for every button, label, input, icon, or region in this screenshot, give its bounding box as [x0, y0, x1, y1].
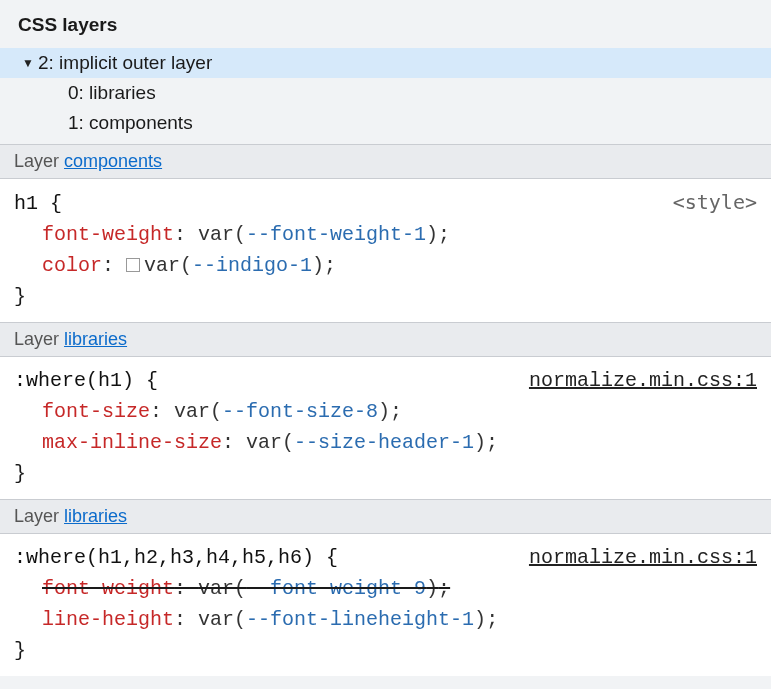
layer-prefix: Layer	[14, 506, 64, 526]
selector-line: :where(h1,h2,h3,h4,h5,h6) {	[14, 542, 338, 573]
css-property-name: line-height	[42, 608, 174, 631]
semicolon: ;	[438, 223, 450, 246]
tree-row-child[interactable]: 1: components	[0, 108, 771, 138]
css-variable-name[interactable]: --font-size-8	[222, 400, 378, 423]
css-variable-name[interactable]: --size-header-1	[294, 431, 474, 454]
css-declaration[interactable]: max-inline-size: var(--size-header-1);	[14, 427, 757, 458]
tree-label: 1: components	[68, 112, 193, 134]
layer-tree: ▼ 2: implicit outer layer 0: libraries 1…	[0, 48, 771, 144]
css-property-name: font-weight	[42, 223, 174, 246]
colon: :	[174, 608, 198, 631]
layer-prefix: Layer	[14, 329, 64, 349]
var-close: )	[474, 608, 486, 631]
var-open: var(	[246, 431, 294, 454]
close-brace: }	[14, 635, 757, 666]
rule-head: h1 {<style>	[14, 187, 757, 219]
var-open: var(	[198, 577, 246, 600]
layer-link[interactable]: libraries	[64, 329, 127, 349]
css-selector[interactable]: :where(h1,h2,h3,h4,h5,h6)	[14, 546, 314, 569]
rule-blocks-container: Layer componentsh1 {<style>font-weight: …	[0, 144, 771, 676]
tree-row-root[interactable]: ▼ 2: implicit outer layer	[0, 48, 771, 78]
tree-label: 0: libraries	[68, 82, 156, 104]
declaration-text: color: var(--indigo-1);	[42, 254, 336, 277]
layer-header: Layer libraries	[0, 499, 771, 534]
colon: :	[150, 400, 174, 423]
css-variable-name[interactable]: --font-weight-9	[246, 577, 426, 600]
tree-row-child[interactable]: 0: libraries	[0, 78, 771, 108]
tree-label: 2: implicit outer layer	[38, 52, 212, 74]
colon: :	[102, 254, 126, 277]
semicolon: ;	[486, 431, 498, 454]
layer-header: Layer libraries	[0, 322, 771, 357]
css-selector[interactable]: h1	[14, 192, 38, 215]
open-brace: {	[314, 546, 338, 569]
layer-prefix: Layer	[14, 151, 64, 171]
rule-source[interactable]: normalize.min.css:1	[529, 365, 757, 396]
rule-block: :where(h1) {normalize.min.css:1font-size…	[0, 357, 771, 499]
semicolon: ;	[486, 608, 498, 631]
layer-header: Layer components	[0, 144, 771, 179]
var-close: )	[474, 431, 486, 454]
var-close: )	[378, 400, 390, 423]
open-brace: {	[134, 369, 158, 392]
semicolon: ;	[438, 577, 450, 600]
css-selector[interactable]: :where(h1)	[14, 369, 134, 392]
disclosure-triangle-icon[interactable]: ▼	[18, 56, 38, 70]
css-layers-panel: CSS layers ▼ 2: implicit outer layer 0: …	[0, 0, 771, 676]
declaration-text: line-height: var(--font-lineheight-1);	[42, 608, 498, 631]
var-close: )	[426, 223, 438, 246]
declaration-text: font-weight: var(--font-weight-1);	[42, 223, 450, 246]
css-declaration[interactable]: font-weight: var(--font-weight-1);	[14, 219, 757, 250]
rule-source: <style>	[673, 187, 757, 218]
layer-link[interactable]: components	[64, 151, 162, 171]
css-declaration[interactable]: color: var(--indigo-1);	[14, 250, 757, 281]
color-swatch-icon[interactable]	[126, 258, 140, 272]
colon: :	[222, 431, 246, 454]
close-brace: }	[14, 281, 757, 312]
selector-line: h1 {	[14, 188, 62, 219]
var-open: var(	[174, 400, 222, 423]
rule-block: h1 {<style>font-weight: var(--font-weigh…	[0, 179, 771, 322]
declaration-text: font-size: var(--font-size-8);	[42, 400, 402, 423]
rule-head: :where(h1) {normalize.min.css:1	[14, 365, 757, 396]
var-close: )	[312, 254, 324, 277]
var-open: var(	[144, 254, 192, 277]
css-declaration[interactable]: font-size: var(--font-size-8);	[14, 396, 757, 427]
css-variable-name[interactable]: --indigo-1	[192, 254, 312, 277]
declaration-text: max-inline-size: var(--size-header-1);	[42, 431, 498, 454]
rule-source[interactable]: normalize.min.css:1	[529, 542, 757, 573]
css-property-name: max-inline-size	[42, 431, 222, 454]
css-property-name: font-weight	[42, 577, 174, 600]
open-brace: {	[38, 192, 62, 215]
rule-block: :where(h1,h2,h3,h4,h5,h6) {normalize.min…	[0, 534, 771, 676]
css-variable-name[interactable]: --font-weight-1	[246, 223, 426, 246]
close-brace: }	[14, 458, 757, 489]
css-property-name: font-size	[42, 400, 150, 423]
selector-line: :where(h1) {	[14, 365, 158, 396]
var-open: var(	[198, 608, 246, 631]
css-declaration[interactable]: font-weight: var(--font-weight-9);	[14, 573, 757, 604]
rule-head: :where(h1,h2,h3,h4,h5,h6) {normalize.min…	[14, 542, 757, 573]
colon: :	[174, 223, 198, 246]
css-property-name: color	[42, 254, 102, 277]
css-declaration[interactable]: line-height: var(--font-lineheight-1);	[14, 604, 757, 635]
layer-link[interactable]: libraries	[64, 506, 127, 526]
declaration-overridden: font-weight: var(--font-weight-9);	[42, 577, 450, 600]
var-open: var(	[198, 223, 246, 246]
semicolon: ;	[324, 254, 336, 277]
semicolon: ;	[390, 400, 402, 423]
colon: :	[174, 577, 198, 600]
panel-title: CSS layers	[0, 10, 771, 48]
var-close: )	[426, 577, 438, 600]
css-variable-name[interactable]: --font-lineheight-1	[246, 608, 474, 631]
